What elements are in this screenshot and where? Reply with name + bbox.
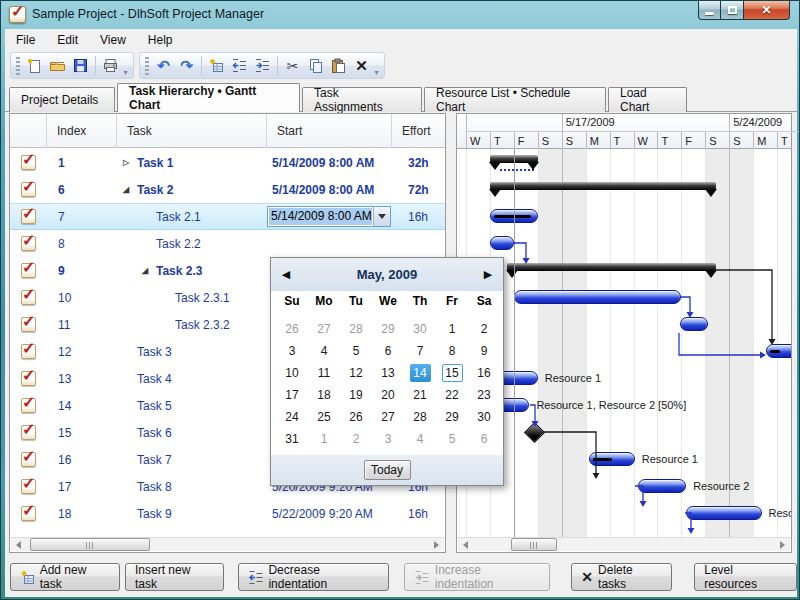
calendar-day-cell[interactable]: 18 [308, 384, 340, 406]
menu-edit[interactable]: Edit [46, 31, 89, 49]
gantt-task-bar[interactable] [686, 506, 761, 520]
toolbar-overflow-icon[interactable]: ▾ [373, 54, 380, 77]
calendar-day-cell[interactable]: 27 [372, 406, 404, 428]
calendar-day-cell[interactable]: 16 [468, 362, 500, 384]
calendar-month-title[interactable]: May, 2009 [301, 267, 473, 282]
scroll-left-arrow[interactable] [458, 538, 473, 551]
tab-resource-list-schedule-chart[interactable]: Resource List • Schedule Chart [424, 87, 606, 112]
column-header-effort[interactable]: Effort [392, 114, 445, 148]
calendar-day-cell[interactable]: 8 [436, 340, 468, 362]
column-header-start[interactable]: Start [267, 114, 392, 148]
today-button[interactable]: Today [364, 460, 411, 480]
calendar-day-cell[interactable]: 2 [340, 428, 372, 450]
grid-scrollbar-thumb[interactable] [30, 538, 150, 551]
save-button[interactable] [69, 54, 92, 77]
calendar-day-cell[interactable]: 20 [372, 384, 404, 406]
calendar-day-cell[interactable]: 5 [340, 340, 372, 362]
calendar-day-cell[interactable]: 1 [436, 318, 468, 340]
redo-button[interactable]: ↷ [175, 54, 198, 77]
table-row[interactable]: 18Task 95/22/2009 9:20 AM16h [10, 500, 445, 527]
delete-button[interactable]: ✕ [350, 54, 373, 77]
task-check-icon[interactable] [21, 506, 36, 521]
calendar-day-cell[interactable]: 17 [276, 384, 308, 406]
calendar-day-cell[interactable]: 3 [372, 428, 404, 450]
calendar-day-cell[interactable]: 13 [372, 362, 404, 384]
gantt-task-bar[interactable] [766, 344, 791, 358]
task-check-icon[interactable] [21, 398, 36, 413]
add-new-task-button[interactable]: Add new task [10, 563, 120, 591]
minimize-button[interactable] [698, 1, 721, 20]
calendar-day-cell[interactable]: 4 [404, 428, 436, 450]
editor-dropdown-button[interactable] [373, 207, 390, 226]
column-header-check[interactable] [10, 114, 47, 148]
calendar-day-cell[interactable]: 14 [404, 362, 436, 384]
calendar-day-cell[interactable]: 11 [308, 362, 340, 384]
calendar-day-cell[interactable]: 12 [340, 362, 372, 384]
expander-expanded-icon[interactable]: ◢ [142, 266, 156, 275]
open-button[interactable] [46, 54, 69, 77]
calendar-day-cell[interactable]: 2 [468, 318, 500, 340]
calendar-day-cell[interactable]: 29 [372, 318, 404, 340]
task-check-icon[interactable] [21, 155, 36, 170]
editor-selected-text[interactable]: 5/14/2009 8:00 AM [269, 208, 372, 225]
calendar-day-cell[interactable]: 24 [276, 406, 308, 428]
paste-button[interactable] [327, 54, 350, 77]
delete-tasks-button[interactable]: ✕Delete tasks [571, 563, 672, 591]
table-row[interactable]: 1▷Task 15/14/2009 8:00 AM32h [10, 149, 445, 176]
toolbar-grip[interactable] [16, 57, 20, 75]
task-check-icon[interactable] [21, 479, 36, 494]
copy-button[interactable] [304, 54, 327, 77]
task-check-icon[interactable] [21, 236, 36, 251]
task-check-icon[interactable] [21, 371, 36, 386]
add-task-button[interactable] [205, 54, 228, 77]
cut-button[interactable]: ✂ [281, 54, 304, 77]
insert-new-task-button[interactable]: Insert new task [125, 563, 224, 591]
calendar-day-cell[interactable]: 19 [340, 384, 372, 406]
gantt-task-bar[interactable] [589, 452, 634, 466]
calendar-prev-month-arrow[interactable]: ◀ [271, 268, 301, 281]
task-check-icon[interactable] [21, 290, 36, 305]
scroll-right-arrow[interactable] [429, 538, 444, 551]
calendar-day-cell[interactable]: 30 [404, 318, 436, 340]
calendar-day-cell[interactable]: 5 [436, 428, 468, 450]
calendar-day-cell[interactable]: 28 [404, 406, 436, 428]
undo-button[interactable]: ↶ [152, 54, 175, 77]
task-check-icon[interactable] [21, 263, 36, 278]
gantt-task-bar[interactable] [680, 317, 708, 331]
expander-expanded-icon[interactable]: ◢ [123, 185, 137, 194]
toolbar-overflow-icon[interactable]: ▾ [122, 54, 129, 77]
calendar-day-cell[interactable]: 25 [308, 406, 340, 428]
calendar-day-cell[interactable]: 7 [404, 340, 436, 362]
tab-load-chart[interactable]: Load Chart [608, 87, 687, 112]
task-check-icon[interactable] [21, 182, 36, 197]
table-row[interactable]: 6◢Task 25/14/2009 8:00 AM72h [10, 176, 445, 203]
increase-indent-button[interactable] [251, 54, 274, 77]
tab-project-details[interactable]: Project Details [9, 87, 115, 112]
scroll-right-arrow[interactable] [775, 538, 790, 551]
tab-task-hierarchy-gantt-chart[interactable]: Task Hierarchy • Gantt Chart [117, 83, 300, 112]
task-check-icon[interactable] [21, 452, 36, 467]
gantt-task-bar[interactable] [514, 290, 682, 304]
gantt-horizontal-scrollbar[interactable] [458, 537, 790, 551]
new-document-button[interactable] [23, 54, 46, 77]
level-resources-button[interactable]: Level resources [694, 563, 797, 591]
calendar-day-cell[interactable]: 29 [436, 406, 468, 428]
gantt-task-bar[interactable] [490, 236, 514, 250]
column-header-task[interactable]: Task [117, 114, 267, 148]
calendar-day-cell[interactable]: 28 [340, 318, 372, 340]
print-button[interactable] [99, 54, 122, 77]
gantt-scrollbar-thumb[interactable] [511, 538, 557, 551]
calendar-day-cell[interactable]: 9 [468, 340, 500, 362]
calendar-day-cell[interactable]: 27 [308, 318, 340, 340]
decrease-indentation-button[interactable]: Decrease indentation [238, 563, 389, 591]
calendar-day-cell[interactable]: 26 [276, 318, 308, 340]
gantt-summary-bar[interactable] [507, 263, 716, 271]
toolbar-grip[interactable] [145, 57, 149, 75]
menu-file[interactable]: File [5, 31, 46, 49]
gantt-summary-bar[interactable] [490, 182, 716, 190]
decrease-indent-button[interactable] [228, 54, 251, 77]
task-check-icon[interactable] [21, 425, 36, 440]
scroll-left-arrow[interactable] [11, 538, 26, 551]
close-button[interactable]: ✕ [744, 1, 790, 20]
title-bar[interactable]: Sample Project - DlhSoft Project Manager… [1, 1, 799, 29]
